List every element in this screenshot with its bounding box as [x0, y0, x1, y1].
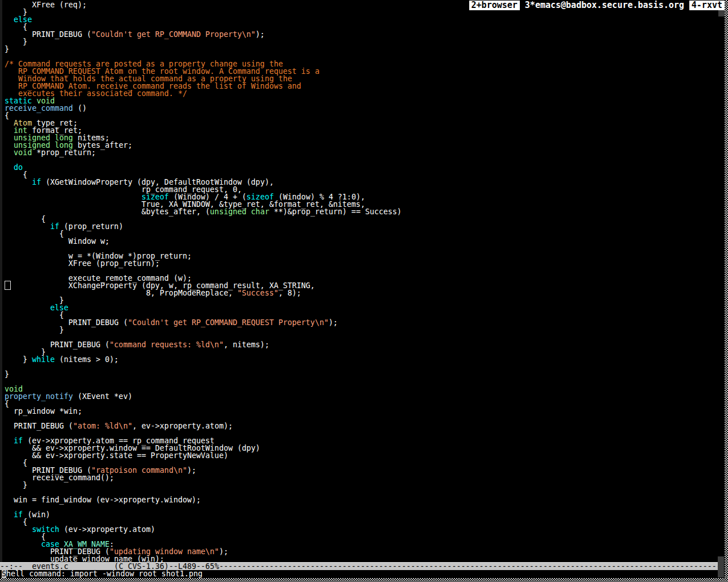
code-line: }: [5, 45, 402, 53]
code-line: switch (ev->xproperty.atom): [5, 526, 402, 533]
code-line: win = find_window (ev->xproperty.window)…: [5, 496, 402, 504]
window-list-item[interactable]: 4-rxvt: [689, 1, 725, 10]
emacs-code-buffer[interactable]: XFree (req); } else { PRINT_DEBUG ("Coul…: [5, 1, 402, 563]
code-line: receive_command();: [5, 474, 402, 481]
right-edge-notch-bottom: [718, 556, 724, 577]
emacs-modeline[interactable]: --:-- events.c (C CVS-1.36)--L489--65%--…: [0, 562, 718, 570]
code-line: PRINT_DEBUG ("Couldn't get RP_COMMAND Pr…: [5, 31, 402, 38]
minibuffer-block-cursor: S: [2, 569, 6, 578]
code-line: if (win): [5, 511, 402, 518]
code-line: property_notify (XEvent *ev): [5, 393, 402, 400]
buffer-hollow-cursor-icon: [5, 281, 11, 290]
code-line: } while (nitems > 0);: [5, 356, 402, 363]
code-line: do: [5, 164, 402, 171]
code-line: [5, 378, 402, 385]
emacs-minibuffer[interactable]: Shell command: import -window root shot1…: [2, 570, 724, 578]
code-line: }: [5, 38, 402, 45]
code-line: XFree (req);: [5, 1, 402, 9]
code-line: else: [5, 304, 402, 311]
code-line: [5, 156, 402, 164]
code-line: }: [5, 371, 402, 378]
code-line: receive_command (): [5, 105, 402, 112]
modeline-text: --:-- events.c (C CVS-1.36)--L489--65%--…: [0, 562, 718, 570]
code-line: PRINT_DEBUG ("command requests: %ld\n", …: [5, 341, 402, 348]
root-window-stipple-right: [725, 0, 728, 582]
code-line: XFree (prop_return);: [5, 260, 402, 267]
window-list-item[interactable]: 2+browser: [469, 1, 520, 10]
right-edge-notch-top: [718, 10, 725, 16]
code-line: }: [5, 481, 402, 489]
ratpoison-window-list: 2+browser3*emacs@badbox.secure.basis.org…: [469, 1, 725, 10]
code-line: && ev->xproperty.state == PropertyNewVal…: [5, 452, 402, 459]
ratpoison-desktop: XFree (req); } else { PRINT_DEBUG ("Coul…: [0, 0, 728, 582]
code-line: else: [5, 16, 402, 23]
emacs-frame-left-border: [0, 0, 2, 562]
code-line: Window w;: [5, 238, 402, 245]
code-line: rp_window *win;: [5, 408, 402, 415]
code-line: [5, 363, 402, 371]
code-line: executes their associated command. */: [5, 90, 402, 97]
code-line: if (prop_return): [5, 223, 402, 230]
code-line: &bytes_after, (unsigned char **)&prop_re…: [5, 208, 402, 215]
code-line: [5, 504, 402, 511]
code-line: }: [5, 9, 402, 16]
minibuffer-text: hell command: import -window root shot1.…: [6, 569, 202, 578]
code-line: void *prop_return;: [5, 149, 402, 156]
root-window-stipple-bottom: [0, 578, 728, 582]
code-line: 8, PropModeReplace, "Success", 8);: [5, 289, 402, 297]
window-list-item[interactable]: 3*emacs@badbox.secure.basis.org: [525, 1, 684, 10]
code-line: }: [5, 326, 402, 334]
code-line: PRINT_DEBUG ("atom: %ld\n", ev->xpropert…: [5, 422, 402, 430]
code-line: PRINT_DEBUG ("Couldn't get RP_COMMAND_RE…: [5, 319, 402, 326]
